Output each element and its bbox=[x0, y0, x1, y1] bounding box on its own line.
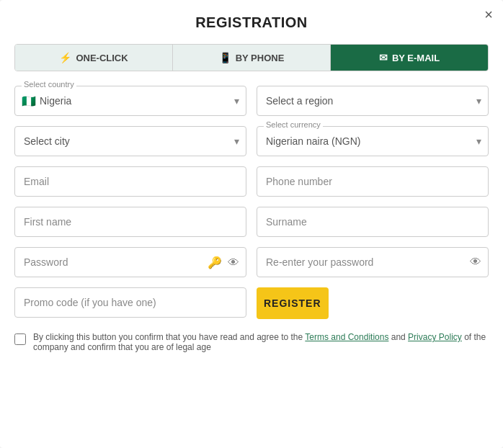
promo-field-group bbox=[14, 287, 246, 319]
terms-conditions-link[interactable]: Terms and Conditions bbox=[305, 332, 388, 342]
currency-field: Select currency Nigerian naira (NGN) ▾ bbox=[257, 126, 489, 156]
surname-input[interactable] bbox=[257, 207, 489, 237]
promo-input[interactable] bbox=[14, 287, 246, 318]
tab-one-click[interactable]: ⚡ ONE-CLICK bbox=[15, 45, 173, 71]
terms-checkbox[interactable] bbox=[14, 333, 26, 345]
password-row: 🔑 👁 👁 bbox=[14, 247, 489, 277]
registration-modal: × REGISTRATION ⚡ ONE-CLICK 📱 BY PHONE ✉ … bbox=[0, 0, 503, 448]
currency-label: Select currency bbox=[264, 120, 323, 129]
email-phone-row bbox=[14, 166, 489, 197]
country-label: Select country bbox=[22, 80, 76, 89]
country-field: Select country 🇳🇬 Nigeria ▾ bbox=[14, 86, 246, 116]
register-col: REGISTER bbox=[257, 287, 489, 319]
email-icon: ✉ bbox=[379, 52, 388, 63]
email-input[interactable] bbox=[14, 166, 246, 197]
city-select[interactable]: Select city bbox=[14, 126, 246, 156]
terms-text-middle: and bbox=[388, 332, 408, 342]
country-select[interactable]: Nigeria bbox=[14, 86, 246, 116]
tab-by-email[interactable]: ✉ BY E-MAIL bbox=[331, 45, 488, 71]
city-field: Select city ▾ bbox=[14, 126, 246, 156]
city-currency-row: Select city ▾ Select currency Nigerian n… bbox=[14, 126, 489, 156]
email-field-group bbox=[14, 166, 246, 197]
register-button[interactable]: REGISTER bbox=[257, 287, 329, 319]
country-region-row: Select country 🇳🇬 Nigeria ▾ Select a reg… bbox=[14, 86, 489, 116]
terms-text: By clicking this button you confirm that… bbox=[33, 332, 489, 352]
password-field-group: 🔑 👁 bbox=[14, 247, 246, 277]
region-select[interactable]: Select a region bbox=[257, 86, 489, 116]
eye-icon[interactable]: 👁 bbox=[228, 256, 239, 269]
phone-field-group bbox=[257, 166, 489, 197]
eye-slash-icon[interactable]: 👁 bbox=[470, 256, 481, 269]
phone-input[interactable] bbox=[257, 166, 489, 197]
tab-by-phone[interactable]: 📱 BY PHONE bbox=[173, 45, 331, 71]
registration-form: Select country 🇳🇬 Nigeria ▾ Select a reg… bbox=[14, 86, 489, 319]
tab-bar: ⚡ ONE-CLICK 📱 BY PHONE ✉ BY E-MAIL bbox=[14, 44, 489, 71]
reenter-icons: 👁 bbox=[470, 256, 481, 269]
name-row bbox=[14, 207, 489, 237]
password-icons: 🔑 👁 bbox=[208, 256, 239, 269]
terms-text-before: By clicking this button you confirm that… bbox=[33, 332, 305, 342]
modal-title: REGISTRATION bbox=[14, 14, 489, 31]
tab-by-email-label: BY E-MAIL bbox=[392, 53, 440, 63]
terms-row: By clicking this button you confirm that… bbox=[14, 332, 489, 352]
promo-register-row: REGISTER bbox=[14, 287, 489, 319]
phone-icon: 📱 bbox=[219, 52, 231, 63]
lightning-icon: ⚡ bbox=[59, 52, 71, 63]
firstname-field-group bbox=[14, 207, 246, 237]
key-icon: 🔑 bbox=[208, 256, 222, 269]
reenter-input[interactable] bbox=[257, 247, 489, 277]
tab-by-phone-label: BY PHONE bbox=[236, 53, 285, 63]
reenter-field-group: 👁 bbox=[257, 247, 489, 277]
close-button[interactable]: × bbox=[484, 7, 493, 22]
currency-select[interactable]: Nigerian naira (NGN) bbox=[257, 126, 489, 156]
region-field: Select a region ▾ bbox=[257, 86, 489, 116]
firstname-input[interactable] bbox=[14, 207, 246, 237]
tab-one-click-label: ONE-CLICK bbox=[76, 53, 128, 63]
privacy-policy-link[interactable]: Privacy Policy bbox=[408, 332, 462, 342]
surname-field-group bbox=[257, 207, 489, 237]
